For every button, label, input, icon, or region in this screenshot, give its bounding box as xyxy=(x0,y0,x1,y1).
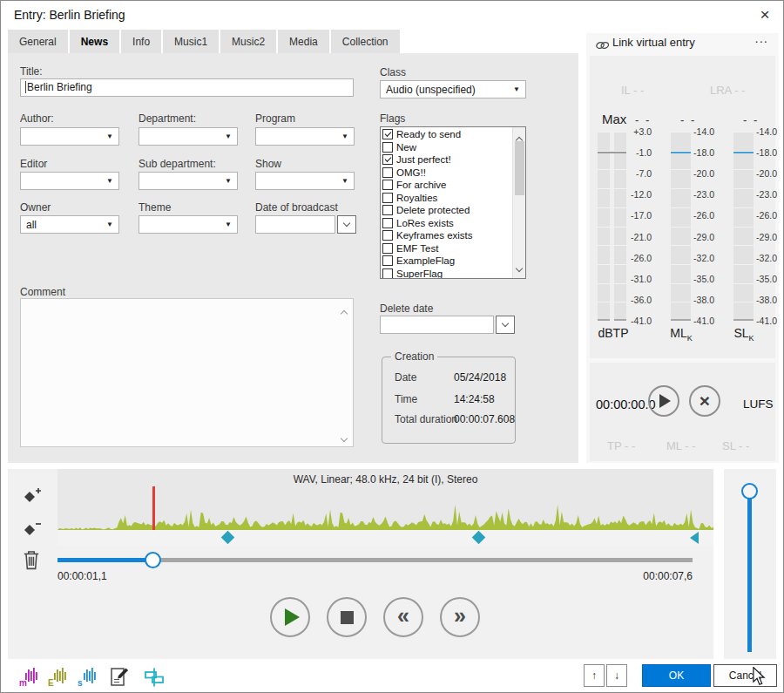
flag-row[interactable]: ExampleFlag xyxy=(381,255,525,268)
audio-format-text: WAV, Linear; 48.0 kHz, 24 bit (I), Stere… xyxy=(57,473,713,486)
tab-collection[interactable]: Collection xyxy=(331,30,400,53)
flag-checkbox[interactable] xyxy=(382,255,393,266)
flag-checkbox[interactable] xyxy=(382,167,393,178)
tab-news[interactable]: News xyxy=(70,30,119,53)
volume-slider-track[interactable] xyxy=(747,499,752,652)
scroll-down-icon[interactable] xyxy=(517,259,522,275)
end-marker-icon[interactable] xyxy=(690,532,699,544)
ok-button[interactable]: OK xyxy=(642,664,711,687)
player-time: 00:00:00.0 xyxy=(596,397,656,411)
owner-combo[interactable]: all▼ xyxy=(20,215,119,234)
split-compare-icon[interactable] xyxy=(143,666,166,692)
remove-marker-button[interactable] xyxy=(22,520,43,544)
waveform-display[interactable]: WAV, Linear; 48.0 kHz, 24 bit (I), Stere… xyxy=(57,469,713,546)
broadcast-date-input[interactable] xyxy=(255,215,335,234)
tab-music1[interactable]: Music1 xyxy=(163,30,219,53)
comment-textarea[interactable] xyxy=(20,298,354,447)
link-virtual-entry-title[interactable]: Link virtual entry xyxy=(612,36,695,49)
flag-checkbox[interactable] xyxy=(382,230,393,241)
move-up-button[interactable]: ↑ xyxy=(584,664,605,687)
tab-music2[interactable]: Music2 xyxy=(220,30,276,53)
department-combo[interactable]: ▼ xyxy=(139,127,238,146)
author-combo[interactable]: ▼ xyxy=(20,127,119,146)
tab-info[interactable]: Info xyxy=(121,30,161,53)
cancel-button[interactable]: Cancel xyxy=(713,664,777,687)
flag-row[interactable]: Just perfect! xyxy=(381,153,525,166)
volume-slider-handle[interactable] xyxy=(741,483,758,499)
measure-play-button[interactable] xyxy=(648,385,679,417)
flag-row[interactable]: Keyframes exists xyxy=(381,229,525,242)
waveform-s-icon[interactable]: s xyxy=(77,663,99,693)
edit-document-icon[interactable] xyxy=(108,665,131,693)
flag-checkbox[interactable] xyxy=(382,193,393,203)
meter-tick-label: -32.0 xyxy=(756,253,777,263)
delete-marker-button[interactable] xyxy=(22,549,41,574)
flag-checkbox[interactable] xyxy=(382,142,393,153)
flag-row[interactable]: For archive xyxy=(381,179,525,192)
title-input[interactable]: Berlin Briefing xyxy=(20,78,354,97)
ml-meter: -14.0-18.0-20.0-23.0-26.0-29.0-32.0-35.0… xyxy=(671,132,714,321)
delete-date-input[interactable] xyxy=(380,316,494,334)
scroll-down-icon[interactable] xyxy=(341,429,350,438)
svg-text:E: E xyxy=(48,678,54,688)
flags-scrollbar[interactable] xyxy=(512,127,525,278)
add-marker-button[interactable] xyxy=(22,486,43,511)
flag-checkbox[interactable] xyxy=(382,129,393,139)
flag-row[interactable]: SuperFlag xyxy=(381,268,525,280)
play-button[interactable] xyxy=(270,597,310,637)
waveform-section: WAV, Linear; 48.0 kHz, 24 bit (I), Stere… xyxy=(8,469,713,659)
flag-checkbox[interactable] xyxy=(382,218,393,228)
creation-duration-value: 00:00:07.608 xyxy=(454,413,515,425)
playhead-marker[interactable] xyxy=(152,486,155,530)
waveform-m-icon[interactable]: m xyxy=(18,663,41,693)
forward-button[interactable]: » xyxy=(440,597,480,637)
slider-handle[interactable] xyxy=(145,552,161,568)
creation-legend: Creation xyxy=(391,350,437,363)
theme-combo[interactable]: ▼ xyxy=(139,215,238,234)
subdepartment-combo[interactable]: ▼ xyxy=(139,172,238,190)
meter-tick-label: +3.0 xyxy=(633,126,652,137)
meter-tick-label: -26.0 xyxy=(756,210,777,221)
class-combo[interactable]: Audio (unspecified)▼ xyxy=(380,80,526,99)
editor-combo[interactable]: ▼ xyxy=(20,172,119,190)
scroll-up-icon[interactable] xyxy=(341,304,350,313)
flag-checkbox[interactable] xyxy=(382,205,393,215)
flag-row[interactable]: Royalties xyxy=(381,192,525,205)
tab-general[interactable]: General xyxy=(8,30,68,53)
measure-cancel-button[interactable]: × xyxy=(689,385,720,417)
flag-checkbox[interactable] xyxy=(382,268,393,279)
rewind-button[interactable]: « xyxy=(383,597,423,637)
close-icon[interactable]: × xyxy=(754,3,776,26)
play-icon xyxy=(285,608,300,626)
flag-row[interactable]: OMG!! xyxy=(381,166,525,180)
program-combo[interactable]: ▼ xyxy=(255,127,355,146)
waveform-svg[interactable] xyxy=(57,490,713,530)
stop-button[interactable] xyxy=(327,597,367,637)
move-down-button[interactable]: ↓ xyxy=(606,664,627,687)
flag-checkbox[interactable] xyxy=(382,154,393,165)
flag-row[interactable]: Ready to send xyxy=(381,128,525,141)
il-readout: IL - - xyxy=(621,84,644,97)
time-end: 00:00:07,6 xyxy=(643,570,693,582)
waveform-e-icon[interactable]: E xyxy=(47,663,70,693)
position-slider[interactable] xyxy=(57,551,693,568)
flag-row[interactable]: EMF Test xyxy=(381,242,525,255)
tab-media[interactable]: Media xyxy=(278,30,329,53)
chevron-down-icon: ▼ xyxy=(106,178,113,185)
show-combo[interactable]: ▼ xyxy=(255,172,355,190)
flag-row[interactable]: Delete protected xyxy=(381,204,525,217)
broadcast-date-dropdown[interactable] xyxy=(337,215,356,234)
ml-target-line xyxy=(671,152,691,153)
title-label: Title: xyxy=(20,65,43,78)
volume-slider-panel xyxy=(724,469,776,659)
scrollbar-thumb[interactable] xyxy=(515,141,524,195)
flag-row[interactable]: LoRes exists xyxy=(381,217,525,230)
flag-row[interactable]: New xyxy=(381,141,525,154)
more-options-icon[interactable]: ... xyxy=(754,31,768,45)
flag-checkbox[interactable] xyxy=(382,243,393,254)
class-label: Class xyxy=(380,66,406,78)
trash-icon xyxy=(22,549,41,570)
flag-checkbox[interactable] xyxy=(382,180,393,190)
delete-date-dropdown[interactable] xyxy=(496,316,515,334)
sl-meter: -14.0-18.0-20.0-23.0-26.0-29.0-32.0-35.0… xyxy=(733,132,777,321)
